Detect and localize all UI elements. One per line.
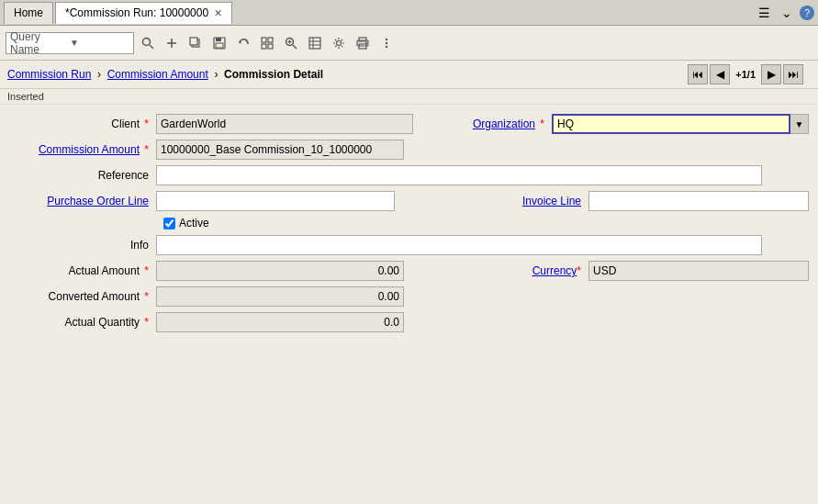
client-row: Client Organization ▼ [0, 114, 818, 134]
breadcrumb-bar: Commission Run › Commission Amount › Com… [0, 61, 818, 89]
info-row: Info [0, 235, 818, 255]
more-button[interactable] [376, 33, 397, 53]
svg-point-27 [386, 38, 387, 39]
nav-next-button[interactable]: ▶ [761, 64, 781, 84]
zoom-icon [285, 37, 297, 50]
actual-amount-label: Actual Amount [9, 264, 156, 277]
table-icon [308, 37, 321, 50]
actual-quantity-row: Actual Quantity [0, 312, 818, 332]
breadcrumb-current: Commission Detail [224, 68, 323, 81]
add-icon [165, 37, 178, 50]
svg-rect-8 [216, 43, 223, 48]
purchase-invoice-row: Purchase Order Line Invoice Line [0, 191, 818, 211]
organization-input[interactable] [552, 114, 790, 134]
svg-rect-10 [262, 38, 266, 42]
actual-amount-input[interactable] [156, 261, 404, 281]
converted-amount-row: Converted Amount [0, 286, 818, 307]
page-info: +1/1 [732, 69, 759, 80]
hamburger-icon[interactable]: ☰ [755, 6, 774, 20]
organization-dropdown-button[interactable]: ▼ [790, 114, 809, 134]
query-name-select[interactable]: Query Name ▼ [6, 32, 134, 54]
svg-point-28 [386, 41, 387, 43]
active-row: Active [154, 217, 818, 230]
copy-button[interactable] [185, 33, 206, 53]
undo-button[interactable] [233, 33, 253, 53]
add-button[interactable] [162, 33, 182, 53]
svg-rect-18 [309, 38, 320, 49]
commission-amount-label: Commission Amount [9, 143, 156, 156]
main-content: Client Organization ▼ Commission Amount … [0, 105, 818, 504]
actual-amount-row: Actual Amount Currency* [0, 261, 818, 281]
client-input[interactable] [156, 114, 413, 134]
actual-quantity-label: Actual Quantity [9, 316, 156, 329]
toolbar: Query Name ▼ [0, 26, 818, 61]
actual-quantity-input[interactable] [156, 312, 404, 332]
tab-actions: ☰ ⌄ ? [755, 6, 814, 20]
tab-commission-run[interactable]: *Commission Run: 10000000 ✕ [55, 2, 232, 24]
print-icon [356, 37, 369, 50]
search-icon [141, 37, 154, 50]
svg-rect-5 [190, 38, 197, 45]
invoice-line-input[interactable] [588, 191, 809, 211]
zoom-button[interactable] [281, 33, 301, 53]
status-bar: Inserted [0, 89, 818, 105]
close-tab-icon[interactable]: ✕ [214, 7, 222, 19]
svg-point-29 [386, 45, 387, 47]
reference-row: Reference [0, 165, 818, 185]
svg-point-26 [365, 42, 367, 44]
table-button[interactable] [305, 33, 325, 53]
search-button[interactable] [138, 33, 158, 53]
settings-icon [332, 37, 345, 50]
info-input[interactable] [156, 235, 762, 255]
invoice-line-label[interactable]: Invoice Line [522, 195, 581, 207]
svg-line-15 [293, 45, 297, 49]
svg-point-22 [337, 40, 342, 45]
breadcrumb: Commission Run › Commission Amount › Com… [7, 68, 323, 81]
help-icon[interactable]: ? [800, 6, 814, 20]
breadcrumb-link-1[interactable]: Commission Run [7, 68, 91, 81]
svg-rect-11 [268, 38, 273, 42]
breadcrumb-link-2[interactable]: Commission Amount [107, 68, 208, 81]
active-label[interactable]: Active [179, 217, 209, 230]
query-name-value: Query Name [10, 30, 70, 56]
reference-input[interactable] [156, 165, 762, 185]
svg-line-1 [150, 45, 153, 49]
purchase-order-line-input[interactable] [156, 191, 395, 211]
currency-input[interactable] [588, 261, 809, 281]
invoice-line-label-container: Invoice Line [460, 195, 588, 207]
tab-home[interactable]: Home [4, 2, 53, 24]
organization-label: Organization [423, 118, 552, 130]
copy-icon [189, 37, 202, 50]
nav-prev-button[interactable]: ◀ [710, 64, 730, 84]
organization-field-container: ▼ [552, 114, 809, 134]
client-label: Client [9, 118, 156, 130]
tab-home-label: Home [14, 6, 43, 19]
grid-icon [261, 37, 274, 50]
svg-rect-7 [216, 38, 221, 41]
query-dropdown-arrow[interactable]: ▼ [70, 38, 129, 48]
svg-rect-13 [268, 44, 273, 49]
print-button[interactable] [353, 33, 373, 53]
reference-label: Reference [9, 169, 156, 182]
tab-bar: Home *Commission Run: 10000000 ✕ ☰ ⌄ ? [0, 0, 818, 26]
settings-button[interactable] [329, 33, 349, 53]
svg-point-0 [143, 38, 151, 45]
currency-label-container: Currency* [460, 264, 588, 277]
status-text: Inserted [7, 91, 44, 102]
commission-amount-input[interactable] [156, 140, 404, 160]
nav-first-button[interactable]: ⏮ [688, 64, 708, 84]
undo-icon [237, 37, 250, 50]
currency-label[interactable]: Currency [532, 264, 577, 277]
commission-amount-row: Commission Amount [0, 140, 818, 160]
collapse-icon[interactable]: ⌄ [778, 6, 796, 20]
converted-amount-label: Converted Amount [9, 290, 156, 303]
save-icon [213, 37, 226, 50]
svg-rect-12 [262, 44, 266, 49]
converted-amount-input[interactable] [156, 286, 404, 307]
navigation-controls: ⏮ ◀ +1/1 ▶ ⏭ [688, 64, 811, 84]
save-button[interactable] [209, 33, 230, 53]
more-icon [380, 37, 393, 50]
grid-button[interactable] [257, 33, 277, 53]
nav-last-button[interactable]: ⏭ [783, 64, 803, 84]
active-checkbox[interactable] [163, 218, 175, 230]
